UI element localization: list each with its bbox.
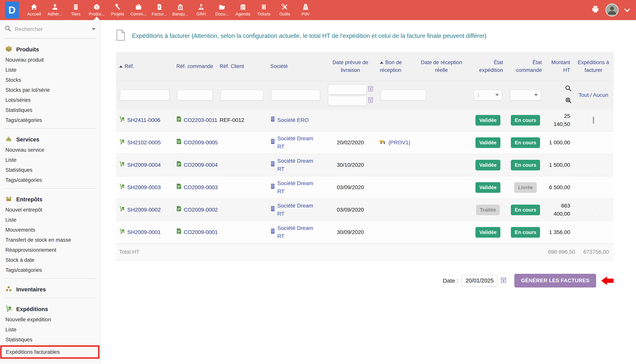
- col-header-ref-commande[interactable]: Réf. commande: [173, 52, 217, 81]
- filter-bon-reception-input[interactable]: [381, 90, 426, 100]
- sidebar-item-produits-statistiques[interactable]: Statistiques: [0, 105, 100, 115]
- filter-ref-commande-input[interactable]: [177, 90, 213, 100]
- company-icon: [270, 228, 275, 236]
- montant-ht-cell: 6 500,00: [545, 176, 573, 198]
- nav-item-produits[interactable]: Produi...: [86, 0, 107, 20]
- order-ref-link[interactable]: CO2009-0004: [184, 161, 218, 169]
- sidebar-item-stocks[interactable]: Stocks: [0, 75, 100, 85]
- print-icon[interactable]: [591, 5, 600, 15]
- sidebar-item-lots-series[interactable]: Lots/séries: [0, 95, 100, 105]
- sidebar-item-nouvelle-expedition[interactable]: Nouvelle expédition: [0, 314, 100, 324]
- nav-item-commerce[interactable]: Comm...: [128, 0, 149, 20]
- sidebar-item-entrepots-tags[interactable]: Tags/catégories: [0, 265, 100, 275]
- nav-item-adherents[interactable]: Adhér...: [45, 0, 65, 20]
- nav-item-accueil[interactable]: Accueil: [24, 0, 45, 20]
- col-header-etat-expedition[interactable]: État expédition: [470, 52, 506, 81]
- company-link[interactable]: Société Dream RT: [277, 224, 321, 240]
- filter-societe-input[interactable]: [271, 90, 320, 100]
- sidebar-item-expeditions-liste[interactable]: Liste: [0, 324, 100, 335]
- shipment-ref-link[interactable]: SH2009-0004: [127, 161, 161, 169]
- nav-item-grh[interactable]: GRH: [191, 0, 211, 20]
- shipment-ref-link[interactable]: SH2009-0002: [127, 206, 161, 214]
- filter-date-prevue-from-input[interactable]: [328, 84, 367, 94]
- col-header-date-prevue[interactable]: Date prévue de livraison: [324, 52, 377, 81]
- sidebar-item-services-liste[interactable]: Liste: [0, 155, 100, 165]
- invoice-date-input[interactable]: [462, 275, 497, 286]
- sidebar-item-reapprovisionnement[interactable]: Réapprovisionnement: [0, 245, 100, 255]
- order-ref-link[interactable]: CO2009-0001: [184, 228, 218, 236]
- nav-item-tiers[interactable]: Tiers: [65, 0, 86, 20]
- nav-item-facturation[interactable]: Factur...: [149, 0, 170, 20]
- apply-filter-search-icon[interactable]: [565, 85, 572, 93]
- calendar-icon[interactable]: [501, 277, 506, 284]
- col-header-ref[interactable]: Réf.: [116, 52, 173, 81]
- order-ref-link[interactable]: CO2009-0003: [184, 183, 218, 192]
- generate-invoices-button[interactable]: GÉNÉRER LES FACTURES: [514, 274, 596, 288]
- reception-link[interactable]: (PROV1): [388, 138, 410, 147]
- sidebar-item-expeditions-statistiques[interactable]: Statistiques: [0, 335, 100, 345]
- sidebar-item-produits-liste[interactable]: Liste: [0, 65, 100, 75]
- sidebar-item-services-statistiques[interactable]: Statistiques: [0, 165, 100, 175]
- chevron-down-icon[interactable]: [624, 6, 630, 14]
- sidebar-item-services-tags[interactable]: Tags/catégories: [0, 175, 100, 185]
- sidebar-section-entrepots[interactable]: Entrepôts: [0, 194, 100, 205]
- col-header-expeditions-a-facturer[interactable]: Expéditions à facturer: [573, 52, 613, 81]
- shipment-ref-link[interactable]: SH2009-0001: [127, 228, 161, 236]
- filter-etat-expedition-select[interactable]: 1: [474, 90, 502, 100]
- sidebar-section-inventaires[interactable]: Inventaires: [0, 284, 100, 295]
- filter-date-prevue-to-input[interactable]: [328, 96, 367, 106]
- page-title: Expéditions à facturer (Attention, selon…: [116, 29, 613, 42]
- calendar-icon[interactable]: [368, 97, 373, 104]
- user-avatar[interactable]: [605, 4, 618, 16]
- sidebar-item-expeditions-facturables[interactable]: Expéditions facturables: [1, 346, 99, 358]
- sidebar-item-stocks-lot-serie[interactable]: Stocks par lot/série: [0, 85, 100, 95]
- nav-item-pdv[interactable]: PdV: [295, 0, 316, 20]
- order-ref-link[interactable]: CO2203-0011: [184, 116, 218, 124]
- company-link[interactable]: Société Dream RT: [277, 134, 321, 151]
- nav-item-projets[interactable]: Projets: [107, 0, 128, 20]
- clear-filter-icon[interactable]: [565, 97, 572, 105]
- col-header-etat-commande[interactable]: État commande: [506, 52, 545, 81]
- shipment-ref-link[interactable]: SH2009-0003: [127, 183, 161, 192]
- sidebar-item-mouvements[interactable]: Mouvements: [0, 225, 100, 235]
- sidebar-item-nouveau-produit[interactable]: Nouveau produit: [0, 55, 100, 65]
- sidebar-item-entrepots-liste[interactable]: Liste: [0, 215, 100, 225]
- select-all-toggle[interactable]: Tout / Aucun: [573, 91, 613, 99]
- sidebar-item-produits-tags[interactable]: Tags/catégories: [0, 115, 100, 125]
- sort-asc-icon: [380, 62, 383, 64]
- dolibarr-logo[interactable]: D: [5, 2, 19, 18]
- search-input[interactable]: [15, 26, 88, 32]
- nav-item-agenda[interactable]: Agenda: [233, 0, 253, 20]
- nav-item-documents[interactable]: Docu...: [211, 0, 233, 20]
- company-link[interactable]: Société Dream RT: [277, 157, 321, 173]
- col-header-ref-client[interactable]: Réf. Client: [217, 52, 267, 81]
- nav-item-tickets[interactable]: Tickets: [253, 0, 274, 20]
- filter-ref-input[interactable]: [120, 90, 169, 100]
- company-link[interactable]: Société Dream RT: [277, 202, 321, 218]
- col-header-date-reception[interactable]: Date de réception réelle: [413, 52, 470, 81]
- company-link[interactable]: Société ERO: [277, 116, 309, 124]
- col-header-bon-reception[interactable]: Bon de réception: [377, 52, 413, 81]
- order-ref-link[interactable]: CO2009-0002: [184, 206, 218, 214]
- company-link[interactable]: Société Dream RT: [277, 179, 321, 196]
- sidebar-item-nouvel-entrepot[interactable]: Nouvel entrepôt: [0, 205, 100, 215]
- filter-etat-commande-select[interactable]: [510, 90, 541, 100]
- sidebar-item-nouveau-service[interactable]: Nouveau service: [0, 145, 100, 155]
- shipment-ref-link[interactable]: SH2102-0005: [127, 138, 161, 147]
- col-header-societe[interactable]: Société: [267, 52, 324, 81]
- sidebar-section-produits[interactable]: Produits: [0, 44, 100, 55]
- col-header-montant-ht[interactable]: Montant HT: [545, 52, 573, 81]
- nav-item-banques[interactable]: Banqu...: [170, 0, 191, 20]
- sidebar-section-services[interactable]: Services: [0, 134, 100, 145]
- filter-ref-client-input[interactable]: [221, 90, 264, 100]
- sidebar-section-expeditions[interactable]: Expéditions: [0, 304, 100, 314]
- ref-client-cell: [217, 132, 267, 154]
- search-dropdown-caret-icon[interactable]: [92, 28, 96, 30]
- order-ref-link[interactable]: CO2009-0005: [184, 138, 218, 147]
- sidebar-item-stock-a-date[interactable]: Stock à date: [0, 255, 100, 265]
- shipment-ref-link[interactable]: SH2411-0006: [127, 116, 160, 124]
- row-checkbox[interactable]: [593, 116, 594, 124]
- sidebar-item-transfert-stock[interactable]: Transfert de stock en masse: [0, 235, 100, 245]
- calendar-icon[interactable]: [368, 86, 373, 93]
- nav-item-outils[interactable]: Outils: [274, 0, 295, 20]
